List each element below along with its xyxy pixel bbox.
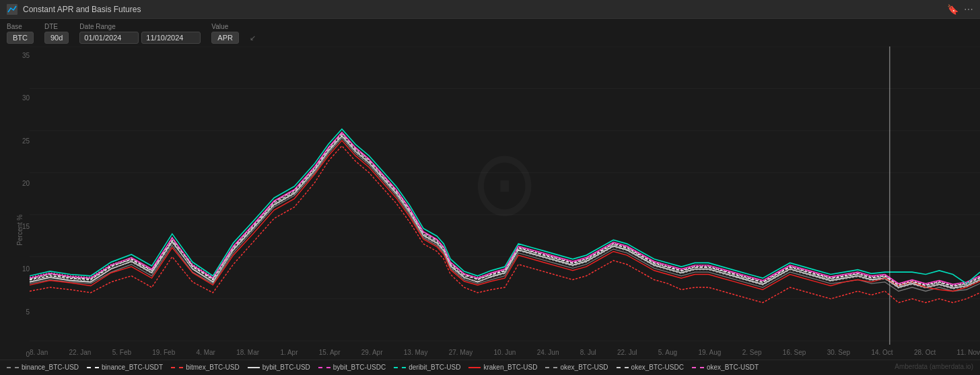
x-label-15apr: 15. Apr <box>319 349 341 356</box>
x-label-8jul: 8. Jul <box>580 349 596 356</box>
legend-line-kraken-btc-usd <box>468 367 481 368</box>
x-label-13may: 13. May <box>404 349 428 356</box>
x-label-24jun: 24. Jun <box>537 349 559 356</box>
legend-line-bybit-btc-usdc <box>318 367 330 368</box>
base-control: Base BTC <box>7 23 34 44</box>
bookmark-icon[interactable]: 🔖 <box>947 4 958 15</box>
date-range-inputs <box>79 32 201 44</box>
x-label-4mar: 4. Mar <box>197 349 215 356</box>
legend-line-binance-btc-usd <box>7 367 19 368</box>
more-icon[interactable]: ⋯ <box>964 4 973 15</box>
y-axis-labels: 35 30 25 20 15 10 5 0 <box>7 52 30 358</box>
date-range-control: Date Range <box>79 23 201 44</box>
x-label-22jan: 22. Jan <box>69 349 92 356</box>
legend-bybit-btc-usdc: bybit_BTC-USDC <box>318 364 386 371</box>
watermark: ⊙ <box>470 131 538 234</box>
legend-label-kraken-btc-usd: kraken_BTC-USD <box>483 364 537 371</box>
legend-bybit-btc-usd: bybit_BTC-USD <box>248 364 310 371</box>
x-label-14oct: 14. Oct <box>871 349 893 356</box>
app-icon <box>7 4 18 15</box>
legend-label-bybit-btc-usd: bybit_BTC-USD <box>262 364 310 371</box>
title-bar-actions: 🔖 ⋯ <box>947 4 973 15</box>
legend-kraken-btc-usd: kraken_BTC-USD <box>468 364 537 371</box>
base-label: Base <box>7 23 34 30</box>
x-label-18mar: 18. Mar <box>236 349 259 356</box>
y-label-10: 10 <box>22 265 30 273</box>
legend-row: binance_BTC-USD binance_BTC-USDT bitmex_… <box>0 360 980 374</box>
x-label-5aug: 5. Aug <box>658 349 677 356</box>
legend-line-bitmex-btc-usd <box>171 367 183 368</box>
date-end-input[interactable] <box>141 32 201 44</box>
base-selector[interactable]: BTC <box>7 32 34 44</box>
x-label-10jun: 10. Jun <box>494 349 516 356</box>
legend-line-okex-btc-usdc <box>617 367 629 368</box>
value-selector[interactable]: APR <box>211 32 239 44</box>
x-label-29apr: 29. Apr <box>361 349 383 356</box>
legend-label-binance-btc-usdt: binance_BTC-USDT <box>102 364 163 371</box>
legend-label-bitmex-btc-usd: bitmex_BTC-USD <box>186 364 239 371</box>
x-label-11nov: 11. Nov <box>957 349 980 356</box>
legend-binance-btc-usd: binance_BTC-USD <box>7 364 79 371</box>
legend-binance-btc-usdt: binance_BTC-USDT <box>87 364 163 371</box>
legend-line-binance-btc-usdt <box>87 367 99 368</box>
legend-label-deribit-btc-usd: deribit_BTC-USD <box>409 364 460 371</box>
legend-label-bybit-btc-usdc: bybit_BTC-USDC <box>333 364 386 371</box>
date-start-input[interactable] <box>79 32 139 44</box>
legend-bitmex-btc-usd: bitmex_BTC-USD <box>171 364 239 371</box>
y-label-30: 30 <box>22 94 30 102</box>
legend-label-okex-btc-usdt: okex_BTC-USDT <box>707 364 759 371</box>
x-label-28oct: 28. Oct <box>914 349 936 356</box>
dte-selector[interactable]: 90d <box>44 32 69 44</box>
x-label-2sep: 2. Sep <box>742 349 762 356</box>
legend-okex-btc-usdc: okex_BTC-USDC <box>617 364 684 371</box>
dte-label: DTE <box>44 23 69 30</box>
y-label-35: 35 <box>22 52 30 59</box>
legend-line-deribit-btc-usd <box>394 367 406 368</box>
x-label-1apr: 1. Apr <box>280 349 298 356</box>
legend-line-okex-btc-usdt <box>692 367 704 368</box>
y-label-25: 25 <box>22 137 30 145</box>
x-label-8jan: 8. Jan <box>30 349 48 356</box>
x-label-19feb: 19. Feb <box>152 349 175 356</box>
x-label-5feb: 5. Feb <box>112 349 131 356</box>
legend-line-okex-btc-usd <box>545 367 557 368</box>
legend-okex-btc-usd: okex_BTC-USD <box>545 364 608 371</box>
dte-control: DTE 90d <box>44 23 69 44</box>
chart-area: ⊙ <box>30 46 980 345</box>
legend-label-okex-btc-usdc: okex_BTC-USDC <box>631 364 684 371</box>
x-label-30sep: 30. Sep <box>827 349 850 356</box>
y-label-20: 20 <box>22 180 30 187</box>
value-control: Value APR <box>211 23 239 44</box>
legend-okex-btc-usdt: okex_BTC-USDT <box>692 364 759 371</box>
controls-row: Base BTC DTE 90d Date Range Value APR ↙ <box>0 19 980 46</box>
legend-line-bybit-btc-usd <box>248 367 260 368</box>
x-label-16sep: 16. Sep <box>783 349 806 356</box>
value-label: Value <box>211 23 239 30</box>
x-label-22jul: 22. Jul <box>617 349 637 356</box>
window-title: Constant APR and Basis Futures <box>23 5 141 14</box>
date-range-label: Date Range <box>79 23 201 30</box>
chart-svg: ⊙ <box>30 46 980 345</box>
legend-label-okex-btc-usd: okex_BTC-USD <box>560 364 608 371</box>
x-axis-labels: 8. Jan 22. Jan 5. Feb 19. Feb 4. Mar 18.… <box>30 346 980 358</box>
y-label-15: 15 <box>22 223 30 230</box>
title-bar: Constant APR and Basis Futures 🔖 ⋯ <box>0 0 980 19</box>
expand-button[interactable]: ↙ <box>250 34 256 42</box>
legend-label-binance-btc-usd: binance_BTC-USD <box>22 364 79 371</box>
x-label-27may: 27. May <box>449 349 473 356</box>
legend-deribit-btc-usd: deribit_BTC-USD <box>394 364 460 371</box>
x-label-19aug: 19. Aug <box>698 349 721 356</box>
